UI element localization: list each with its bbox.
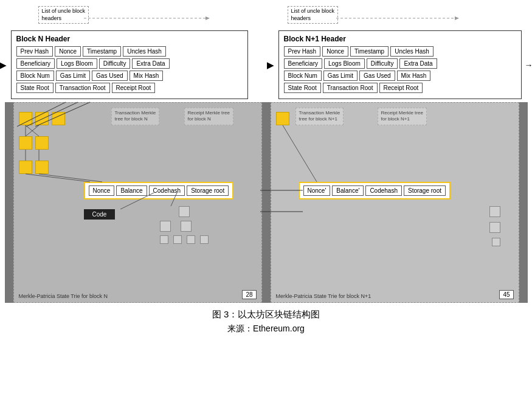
svg-line-9 xyxy=(26,174,90,182)
yellow-row-3 xyxy=(19,161,49,174)
block-n1-row4: State Root Transaction Root Receipt Root xyxy=(284,83,516,93)
uncle-label-n: List of uncle block headers xyxy=(38,6,89,24)
block-n1-row3: Block Num Gas Limit Gas Used Mix Hash xyxy=(284,71,516,81)
yellow-node-5 xyxy=(35,136,49,150)
block-n1-header: ▶ → Block N+1 Header Prev Hash Nonce Tim… xyxy=(278,30,522,99)
storage-l1-n1-1 xyxy=(489,222,500,233)
trie-n1-svg xyxy=(271,103,519,302)
field-block-num-n: Block Num xyxy=(16,71,54,81)
yellow-node-1 xyxy=(19,112,32,125)
svg-line-5 xyxy=(26,125,39,136)
svg-line-10 xyxy=(39,174,102,182)
yellow-n1-top xyxy=(276,112,289,126)
block-n-row1: Prev Hash Nonce Timestamp Uncles Hash xyxy=(16,46,243,57)
trie-n1: Transaction Merkletree for block N+1 Rec… xyxy=(271,102,519,303)
field-mix-hash-n1: Mix Hash xyxy=(397,71,431,81)
nonce-field-n1: Nonce' xyxy=(303,185,331,196)
right-connector-strip xyxy=(519,102,528,303)
field-difficulty-n: Difficulty xyxy=(99,58,131,69)
yellow-node-2 xyxy=(35,112,49,125)
tx-merkle-label-n: Transaction Merkletree for block N xyxy=(111,108,160,125)
trie-n-num: 28 xyxy=(242,290,256,299)
middle-connector-strip xyxy=(262,102,271,303)
storage-root-node-n1 xyxy=(489,206,500,217)
field-nonce-n1: Nonce xyxy=(322,46,348,57)
storage-l2-n1 xyxy=(160,235,168,244)
field-tx-root-n1: Transaction Root xyxy=(323,83,378,93)
field-logs-bloom-n1: Logs Bloom xyxy=(324,58,365,69)
block-n-row4: State Root Transaction Root Receipt Root xyxy=(16,83,243,93)
svg-marker-1 xyxy=(206,16,210,20)
field-timestamp-n: Timestamp xyxy=(83,46,121,57)
yellow-node-7 xyxy=(35,161,49,174)
yellow-row-2 xyxy=(19,136,49,150)
field-beneficiary-n: Beneficiary xyxy=(16,58,55,69)
codehash-field-n: Codehash xyxy=(149,185,185,196)
block-n-row3: Block Num Gas Limit Gas Used Mix Hash xyxy=(16,71,243,81)
yellow-row-1 xyxy=(19,112,65,125)
field-tx-root-n: Transaction Root xyxy=(55,83,110,93)
uncle-label-n1: List of uncle block headers xyxy=(288,6,339,24)
nonce-field-n: Nonce xyxy=(89,185,115,196)
caption: 图 3：以太坊区块链结构图 xyxy=(5,309,528,320)
receipt-merkle-label-n1: Receipt Merkle treefor block N+1 xyxy=(378,108,427,125)
trie-n-label: Merkle-Patricia State Trie for block N xyxy=(19,293,108,299)
storage-l1-n2 xyxy=(181,221,192,232)
storage-root-field-n1: Storage root xyxy=(404,185,446,196)
field-gas-used-n1: Gas Used xyxy=(359,71,395,81)
storage-nodes-n1 xyxy=(489,206,500,246)
field-timestamp-n1: Timestamp xyxy=(350,46,389,57)
field-receipt-root-n: Receipt Root xyxy=(112,83,156,93)
field-extra-data-n: Extra Data xyxy=(132,58,169,69)
field-uncles-hash-n: Uncles Hash xyxy=(123,46,166,57)
storage-l1-n1 xyxy=(160,221,171,232)
account-fields-n: Nonce Balance Codehash Storage root xyxy=(84,182,234,199)
field-prev-hash-n1: Prev Hash xyxy=(284,46,321,57)
storage-l2-n1-1 xyxy=(492,238,500,246)
codehash-field-n1: Codehash xyxy=(365,185,402,196)
trie-n1-num: 45 xyxy=(499,290,513,299)
field-state-root-n1: State Root xyxy=(284,83,321,93)
svg-line-6 xyxy=(26,125,39,136)
field-state-root-n: State Root xyxy=(16,83,54,93)
field-prev-hash-n: Prev Hash xyxy=(16,46,54,57)
field-difficulty-n1: Difficulty xyxy=(367,58,398,69)
account-fields-n1: Nonce' Balance' Codehash Storage root xyxy=(299,182,451,199)
block-n-row2: Beneficiary Logs Bloom Difficulty Extra … xyxy=(16,58,243,69)
trie-n: Transaction Merkletree for block N Recei… xyxy=(13,102,262,303)
source: 来源：Ethereum.org xyxy=(5,324,528,334)
balance-field-n: Balance xyxy=(116,185,147,196)
field-gas-used-n: Gas Used xyxy=(92,71,127,81)
field-gas-limit-n1: Gas Limit xyxy=(323,71,358,81)
yellow-node-6 xyxy=(19,161,32,174)
code-box: Code xyxy=(84,209,116,220)
tx-merkle-label-n1: Transaction Merkletree for block N+1 xyxy=(295,108,344,125)
svg-marker-3 xyxy=(455,16,459,20)
field-gas-limit-n: Gas Limit xyxy=(56,71,90,81)
field-extra-data-n1: Extra Data xyxy=(399,58,437,69)
field-block-num-n1: Block Num xyxy=(284,71,322,81)
headers-section: ▶ Block N Header Prev Hash Nonce Timesta… xyxy=(5,30,528,99)
block-n-header: ▶ Block N Header Prev Hash Nonce Timesta… xyxy=(11,30,248,99)
field-uncles-hash-n1: Uncles Hash xyxy=(390,46,434,57)
diagrams-row: Transaction Merkletree for block N Recei… xyxy=(5,102,528,303)
receipt-merkle-label-n: Receipt Merkle treefor block N xyxy=(184,108,233,125)
arrow-in-n1: ▶ xyxy=(267,60,274,70)
svg-line-13 xyxy=(283,125,317,182)
storage-root-node xyxy=(179,206,190,217)
left-connector-strip xyxy=(5,102,13,303)
trie-n1-label: Merkle-Patricia State Trie for block N+1 xyxy=(276,293,371,299)
yellow-node-3 xyxy=(52,112,65,125)
yellow-n1-1 xyxy=(276,112,289,125)
arrow-out-n1: → xyxy=(525,60,533,70)
balance-field-n1: Balance' xyxy=(332,185,364,196)
arrow-in-n: ▶ xyxy=(0,60,6,70)
storage-l2-n2 xyxy=(173,235,182,244)
field-mix-hash-n: Mix Hash xyxy=(130,71,164,81)
yellow-node-4 xyxy=(19,136,32,150)
storage-root-field-n: Storage root xyxy=(187,185,229,196)
field-beneficiary-n1: Beneficiary xyxy=(284,58,322,69)
block-n1-row1: Prev Hash Nonce Timestamp Uncles Hash xyxy=(284,46,516,57)
trie-n-svg xyxy=(14,103,261,302)
block-n-title: Block N Header xyxy=(16,35,243,43)
